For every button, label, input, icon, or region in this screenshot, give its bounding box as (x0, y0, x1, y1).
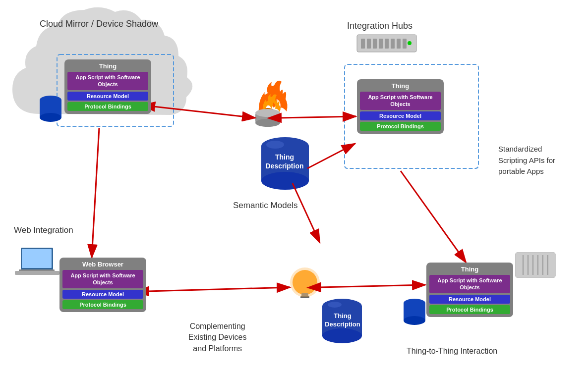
arrow-td-to-hub (307, 144, 355, 168)
thing-device-protocol-bindings: Protocol Bindings (429, 305, 510, 314)
thing-hub-app-script: App Script with Software Objects (360, 92, 441, 110)
web-integration-label: Web Integration (14, 225, 73, 235)
bulb-base2 (300, 296, 309, 298)
td-body (261, 146, 309, 181)
arrow-cloud-to-firewall (154, 107, 255, 118)
firewall-flame (259, 81, 288, 114)
arrow-td-to-bottom (293, 183, 320, 243)
radiator-body (516, 253, 555, 277)
firewall-cylinder-top (255, 109, 280, 117)
small-db-bottom (404, 316, 425, 325)
thing-hub-title: Thing (392, 82, 409, 90)
cloud-db-body (40, 100, 61, 117)
hub-port5 (385, 39, 389, 49)
thing-hub-protocol-bindings: Protocol Bindings (360, 122, 441, 131)
td-bottom-top-ellipse (322, 299, 362, 314)
laptop-screen (21, 248, 53, 270)
arrow-hub-to-device (401, 171, 466, 263)
bulb-base (301, 293, 308, 297)
hub-device-icon (357, 35, 416, 52)
cloud-db-top (40, 96, 61, 105)
thing-device-resource-model: Resource Model (429, 295, 510, 304)
laptop-base (19, 269, 55, 272)
td-shine (266, 141, 284, 149)
web-browser-box: Web Browser App Script with Software Obj… (59, 258, 146, 312)
integration-hubs-label: Integration Hubs (347, 21, 412, 31)
arrow-cloud-to-browser (92, 128, 99, 258)
firewall-cylinder (255, 113, 280, 123)
thing-description-top: Thing Description (261, 153, 308, 170)
hub-port7 (397, 39, 401, 49)
thing-to-thing-label: Thing-to-Thing Interaction (407, 347, 497, 356)
semantic-models-label: Semantic Models (233, 201, 297, 211)
laptop-keyboard (15, 271, 59, 275)
hub-port2 (367, 39, 371, 49)
thing-cloud-resource-model: Resource Model (67, 92, 148, 101)
web-browser-title: Web Browser (82, 261, 123, 268)
hub-port4 (379, 39, 383, 49)
web-browser-protocol-bindings: Protocol Bindings (62, 300, 143, 309)
bulb-glow (290, 267, 320, 297)
complementing-label: ComplementingExisting Devicesand Platfor… (188, 321, 246, 354)
thing-cloud-protocol-bindings: Protocol Bindings (67, 102, 148, 111)
thing-box-cloud: Thing App Script with Software Objects R… (64, 59, 151, 114)
td-bottom-bottom-ellipse (322, 328, 362, 343)
thing-cloud-title: Thing (99, 62, 117, 70)
thing-device-app-script: App Script with Software Objects (429, 275, 510, 293)
arrow-firewall-to-hub (280, 116, 356, 118)
small-db-body (404, 303, 425, 320)
hub-port1 (361, 39, 365, 49)
laptop-display (22, 249, 52, 268)
thing-cloud-app-script: App Script with Software Objects (67, 72, 148, 90)
thing-box-hub: Thing App Script with Software Objects R… (357, 79, 444, 134)
web-browser-resource-model: Resource Model (62, 290, 143, 299)
thing-box-device: Thing App Script with Software Objects R… (426, 263, 513, 317)
hub-led (408, 41, 412, 45)
td-bottom-body (322, 306, 362, 336)
thing-description-bottom: Thing Description (323, 312, 362, 329)
td-top-ellipse (261, 137, 309, 155)
thing-device-title: Thing (461, 266, 478, 273)
std-scripting-label: StandardizedScripting APIs forportable A… (498, 144, 555, 177)
firewall-base (259, 108, 277, 120)
firewall-cylinder-bottom (255, 119, 280, 127)
hub-port8 (403, 39, 407, 49)
thing-hub-resource-model: Resource Model (360, 111, 441, 120)
arrow-browser-to-bulb (148, 287, 290, 291)
cloud-mirror-label: Cloud Mirror / Device Shadow (40, 19, 158, 29)
td-bottom-ellipse (261, 172, 309, 190)
web-browser-app-script: App Script with Software Objects (62, 270, 143, 288)
hub-port3 (373, 39, 377, 49)
arrow-bulb-to-device (320, 285, 425, 287)
cloud-db-bottom (40, 113, 61, 122)
td-bottom-shine (328, 302, 342, 308)
firewall-flame-inner (263, 94, 281, 113)
hub-port6 (391, 39, 395, 49)
small-db-top (404, 299, 425, 308)
bulb-globe (293, 270, 317, 295)
